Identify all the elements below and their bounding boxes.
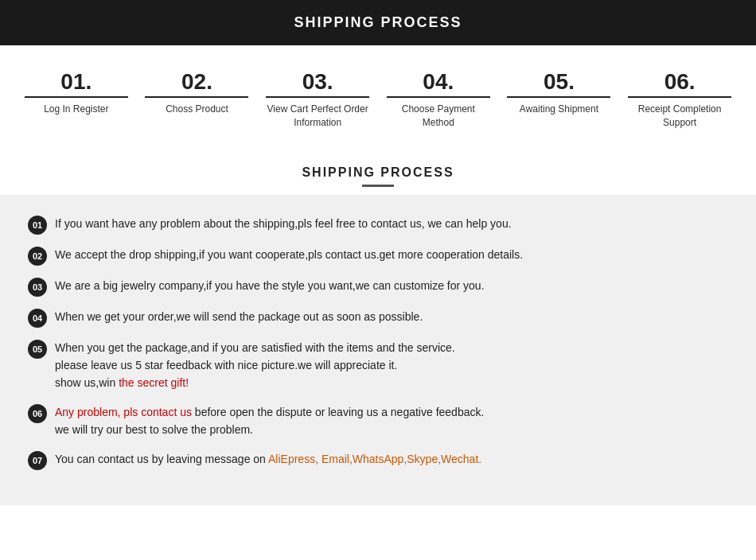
styled-text-5-0: the secret gift! [119, 376, 189, 389]
step-item-2: 02.Choss Product [145, 69, 248, 116]
info-text-1: If you want have any problem about the s… [55, 215, 512, 232]
badge-7: 07 [28, 451, 47, 470]
info-row-1: 01If you want have any problem about the… [28, 215, 728, 235]
step-number-3: 03. [266, 69, 369, 98]
info-row-3: 03We are a big jewelry company,if you ha… [28, 277, 728, 297]
info-section: 01If you want have any problem about the… [0, 195, 756, 505]
badge-2: 02 [28, 247, 47, 266]
step-number-1: 01. [25, 69, 128, 98]
step-item-4: 04.Choose Payment Method [387, 69, 490, 130]
step-number-2: 02. [145, 69, 248, 98]
styled-text-6-0: Any problem, pls contact us [55, 406, 192, 418]
badge-5: 05 [28, 340, 47, 359]
info-text-4: When we get your order,we will send the … [55, 308, 423, 325]
step-label-3: View Cart Perfect Order Information [266, 103, 369, 130]
step-item-1: 01.Log In Register [25, 69, 128, 116]
step-item-6: 06.Receipt Completion Support [628, 69, 731, 130]
info-row-5: 05When you get the package,and if you ar… [28, 339, 728, 392]
step-number-6: 06. [628, 69, 731, 98]
info-row-4: 04When we get your order,we will send th… [28, 308, 728, 328]
badge-4: 04 [28, 309, 47, 328]
step-item-3: 03.View Cart Perfect Order Information [266, 69, 369, 130]
styled-text-7-0: AliEpress, Email,WhatsApp,Skype,Wechat. [268, 453, 481, 465]
step-number-4: 04. [387, 69, 490, 98]
steps-section: 01.Log In Register02.Choss Product03.Vie… [0, 45, 756, 146]
step-number-5: 05. [507, 69, 610, 98]
step-label-1: Log In Register [44, 103, 108, 116]
info-row-2: 02We accept the drop shipping,if you wan… [28, 246, 728, 266]
section2-title: SHIPPING PROCESS [0, 165, 756, 180]
info-text-5: When you get the package,and if you are … [55, 339, 455, 392]
info-text-6: Any problem, pls contact us before open … [55, 403, 484, 439]
step-item-5: 05.Awaiting Shipment [507, 69, 610, 116]
info-text-7: You can contact us by leaving message on… [55, 450, 481, 468]
info-text-2: We accept the drop shipping,if you want … [55, 246, 523, 263]
badge-6: 06 [28, 404, 47, 423]
step-label-2: Choss Product [166, 103, 228, 116]
step-label-4: Choose Payment Method [387, 103, 490, 130]
section-title-wrap: SHIPPING PROCESS [0, 146, 756, 195]
header-banner: SHIPPING PROCESS [0, 0, 756, 45]
badge-3: 03 [28, 278, 47, 297]
step-label-6: Receipt Completion Support [628, 103, 731, 130]
header-title: SHIPPING PROCESS [294, 14, 462, 30]
info-text-3: We are a big jewelry company,if you have… [55, 277, 485, 294]
info-row-6: 06Any problem, pls contact us before ope… [28, 403, 728, 439]
step-label-5: Awaiting Shipment [520, 103, 598, 116]
section-title-underline [362, 185, 394, 187]
badge-1: 01 [28, 216, 47, 235]
info-row-7: 07You can contact us by leaving message … [28, 450, 728, 470]
